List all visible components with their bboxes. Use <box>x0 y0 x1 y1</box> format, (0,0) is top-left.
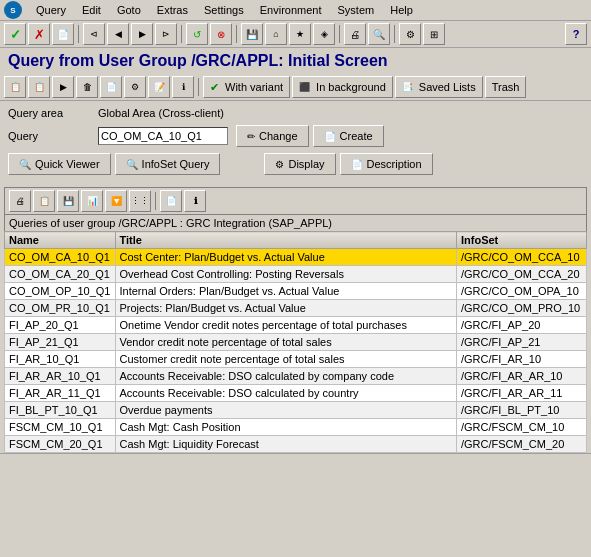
table-tb-4[interactable]: 📊 <box>81 190 103 212</box>
cell-title: Accounts Receivable: DSO calculated by c… <box>115 368 457 385</box>
cell-name: CO_OM_PR_10_Q1 <box>5 300 116 317</box>
main-toolbar: ✓ ✗ 📄 ⊲ ◀ ▶ ⊳ ↺ ⊗ 💾 ⌂ ★ ◈ 🖨 🔍 <box>0 21 591 48</box>
table-row[interactable]: FSCM_CM_20_Q1Cash Mgt: Liquidity Forecas… <box>5 436 587 453</box>
query-area-value: Global Area (Cross-client) <box>98 107 224 119</box>
table-toolbar: 🖨 📋 💾 📊 🔽 ⋮⋮ 📄 ℹ <box>4 187 587 214</box>
menu-bar: S Query Edit Goto Extras Settings Enviro… <box>0 0 591 21</box>
cell-infoset: /GRC/CO_OM_CCA_10 <box>457 249 587 266</box>
cell-name: FSCM_CM_20_Q1 <box>5 436 116 453</box>
col-name: Name <box>5 232 116 249</box>
table-row[interactable]: FI_AP_20_Q1Onetime Vendor credit notes p… <box>5 317 587 334</box>
expand-button[interactable]: ⊞ <box>423 23 445 45</box>
cell-infoset: /GRC/FI_AP_20 <box>457 317 587 334</box>
menu-extras[interactable]: Extras <box>155 3 190 17</box>
query-form-actions: ✏ Change 📄 Create <box>236 125 384 147</box>
table-row[interactable]: CO_OM_CA_20_Q1Overhead Cost Controlling:… <box>5 266 587 283</box>
help-button[interactable]: ? <box>565 23 587 45</box>
cell-title: Onetime Vendor credit notes percentage o… <box>115 317 457 334</box>
cell-infoset: /GRC/FI_AR_AR_10 <box>457 368 587 385</box>
trash-button[interactable]: Trash <box>485 76 527 98</box>
with-variant-button[interactable]: ✔ With variant <box>203 76 290 98</box>
menu-query[interactable]: Query <box>34 3 68 17</box>
queries-table: Name Title InfoSet CO_OM_CA_10_Q1Cost Ce… <box>4 231 587 453</box>
quick-viewer-icon: 🔍 <box>19 159 31 170</box>
saved-lists-button[interactable]: 📑 Saved Lists <box>395 76 483 98</box>
stop-button[interactable]: ⊗ <box>210 23 232 45</box>
query-area-row: Query area Global Area (Cross-client) <box>8 107 583 119</box>
sep-action <box>198 78 199 96</box>
table-tb-7[interactable]: 📄 <box>160 190 182 212</box>
cell-name: FI_AP_21_Q1 <box>5 334 116 351</box>
table-row[interactable]: CO_OM_CA_10_Q1Cost Center: Plan/Budget v… <box>5 249 587 266</box>
query-label: Query <box>8 130 98 142</box>
cell-title: Accounts Receivable: DSO calculated by c… <box>115 385 457 402</box>
table-tb-5[interactable]: 🔽 <box>105 190 127 212</box>
bookmark-button[interactable]: ★ <box>289 23 311 45</box>
menu-goto[interactable]: Goto <box>115 3 143 17</box>
change-button[interactable]: ✏ Change <box>236 125 309 147</box>
col-infoset: InfoSet <box>457 232 587 249</box>
table-row[interactable]: FI_AR_AR_11_Q1Accounts Receivable: DSO c… <box>5 385 587 402</box>
cell-name: FI_BL_PT_10_Q1 <box>5 402 116 419</box>
table-row[interactable]: FI_AP_21_Q1Vendor credit note percentage… <box>5 334 587 351</box>
action-tb-7[interactable]: 📝 <box>148 76 170 98</box>
action-tb-2[interactable]: 📋 <box>28 76 50 98</box>
cancel-button[interactable]: ✗ <box>28 23 50 45</box>
display-icon: ⚙ <box>275 159 284 170</box>
action-tb-3[interactable]: ▶ <box>52 76 74 98</box>
page-title-bar: Query from User Group /GRC/APPL: Initial… <box>0 48 591 74</box>
description-button[interactable]: 📄 Description <box>340 153 433 175</box>
table-row[interactable]: CO_OM_PR_10_Q1Projects: Plan/Budget vs. … <box>5 300 587 317</box>
cell-infoset: /GRC/CO_OM_PRO_10 <box>457 300 587 317</box>
table-row[interactable]: FI_AR_10_Q1Customer credit note percenta… <box>5 351 587 368</box>
table-row[interactable]: FI_BL_PT_10_Q1Overdue payments/GRC/FI_BL… <box>5 402 587 419</box>
table-tb-1[interactable]: 🖨 <box>9 190 31 212</box>
history-button[interactable]: ◈ <box>313 23 335 45</box>
find-button[interactable]: 🔍 <box>368 23 390 45</box>
save-button[interactable]: 💾 <box>241 23 263 45</box>
table-row[interactable]: FI_AR_AR_10_Q1Accounts Receivable: DSO c… <box>5 368 587 385</box>
menu-help[interactable]: Help <box>388 3 415 17</box>
quick-viewer-button[interactable]: 🔍 Quick Viewer <box>8 153 111 175</box>
description-icon: 📄 <box>351 159 363 170</box>
confirm-button[interactable]: ✓ <box>4 23 26 45</box>
back-first-button[interactable]: ⊲ <box>83 23 105 45</box>
cell-infoset: /GRC/FSCM_CM_20 <box>457 436 587 453</box>
table-tb-8[interactable]: ℹ <box>184 190 206 212</box>
infoset-query-button[interactable]: 🔍 InfoSet Query <box>115 153 221 175</box>
back-main-button[interactable]: ↺ <box>186 23 208 45</box>
action-tb-6[interactable]: ⚙ <box>124 76 146 98</box>
menu-settings[interactable]: Settings <box>202 3 246 17</box>
action-tb-1[interactable]: 📋 <box>4 76 26 98</box>
settings2-button[interactable]: ⚙ <box>399 23 421 45</box>
display-button[interactable]: ⚙ Display <box>264 153 335 175</box>
new-button[interactable]: 📄 <box>52 23 74 45</box>
table-row[interactable]: FSCM_CM_10_Q1Cash Mgt: Cash Position/GRC… <box>5 419 587 436</box>
action-tb-5[interactable]: 📄 <box>100 76 122 98</box>
table-tb-2[interactable]: 📋 <box>33 190 55 212</box>
forward-last-button[interactable]: ⊳ <box>155 23 177 45</box>
separator2 <box>181 25 182 43</box>
in-background-button[interactable]: ⬛ In background <box>292 76 393 98</box>
create-button[interactable]: 📄 Create <box>313 125 384 147</box>
separator5 <box>394 25 395 43</box>
col-title: Title <box>115 232 457 249</box>
cell-infoset: /GRC/CO_OM_CCA_20 <box>457 266 587 283</box>
print-button[interactable]: 🖨 <box>344 23 366 45</box>
table-tb-6[interactable]: ⋮⋮ <box>129 190 151 212</box>
table-tb-3[interactable]: 💾 <box>57 190 79 212</box>
action-tb-4[interactable]: 🗑 <box>76 76 98 98</box>
table-row[interactable]: CO_OM_OP_10_Q1Internal Orders: Plan/Budg… <box>5 283 587 300</box>
doc-icon: 📄 <box>324 131 336 142</box>
status-bar <box>0 453 591 469</box>
menu-system[interactable]: System <box>336 3 377 17</box>
query-input[interactable] <box>98 127 228 145</box>
shortcut-button[interactable]: ⌂ <box>265 23 287 45</box>
menu-edit[interactable]: Edit <box>80 3 103 17</box>
back-button[interactable]: ◀ <box>107 23 129 45</box>
cell-infoset: /GRC/FI_AP_21 <box>457 334 587 351</box>
cell-infoset: /GRC/FSCM_CM_10 <box>457 419 587 436</box>
action-tb-8[interactable]: ℹ <box>172 76 194 98</box>
menu-environment[interactable]: Environment <box>258 3 324 17</box>
forward-button[interactable]: ▶ <box>131 23 153 45</box>
